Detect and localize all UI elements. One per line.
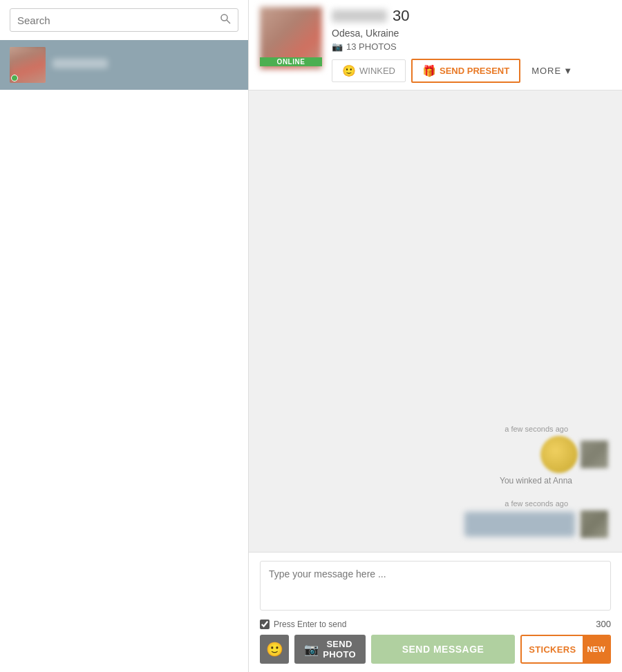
user-avatar-small	[581, 441, 608, 468]
input-area: Press Enter to send 300 🙂 📷 SENDPHOTO SE…	[249, 552, 622, 672]
online-badge: ONLINE	[260, 57, 322, 66]
wink-button[interactable]: 🙂 WINKED	[332, 59, 406, 82]
profile-location: Odesa, Ukraine	[332, 28, 611, 39]
contact-avatar-wrapper	[10, 47, 46, 83]
wink-bubble	[540, 436, 608, 473]
text-message-row: a few seconds ago	[263, 499, 608, 538]
camera-icon: 📷	[332, 41, 343, 52]
search-bar[interactable]	[10, 8, 238, 32]
you-winked-text: You winked at Anna	[500, 476, 572, 486]
profile-age: 30	[393, 7, 409, 25]
message-bubble	[464, 512, 575, 537]
wink-label: WINKED	[359, 66, 395, 76]
send-message-label: SEND MESSAGE	[402, 644, 484, 655]
message-textarea[interactable]	[260, 561, 611, 611]
wink-emoji-icon: 🙂	[342, 64, 356, 77]
contact-name	[53, 59, 108, 68]
emoji-button[interactable]: 🙂	[260, 635, 289, 664]
profile-details: 30 Odesa, Ukraine 📷 13 PHOTOS 🙂 WINKED 🎁…	[332, 7, 611, 83]
send-photo-button[interactable]: 📷 SENDPHOTO	[294, 635, 366, 664]
stickers-label: STICKERS	[522, 644, 583, 655]
search-icon	[220, 13, 231, 24]
send-message-button[interactable]: SEND MESSAGE	[371, 635, 515, 664]
search-button[interactable]	[220, 13, 231, 27]
chevron-down-icon: ▼	[563, 66, 573, 76]
send-photo-label: SENDPHOTO	[323, 639, 356, 660]
contact-item[interactable]	[0, 40, 248, 90]
char-count: 300	[596, 619, 611, 629]
more-label: MORE	[531, 66, 561, 76]
press-enter-label[interactable]: Press Enter to send	[260, 620, 346, 629]
gift-icon: 🎁	[422, 64, 436, 77]
new-badge: NEW	[583, 636, 610, 662]
main-panel: ONLINE 30 Odesa, Ukraine 📷 13 PHOTOS 🙂 W…	[249, 0, 622, 672]
send-present-label: SEND PRESENT	[440, 66, 509, 76]
svg-point-0	[221, 15, 227, 21]
sidebar	[0, 0, 249, 672]
svg-line-1	[227, 20, 230, 23]
wink-message-time: a few seconds ago	[505, 425, 568, 433]
user-avatar-small2	[581, 510, 608, 538]
wink-message-row: a few seconds ago You winked at Anna	[263, 425, 608, 486]
search-input[interactable]	[17, 15, 220, 26]
action-buttons: 🙂 📷 SENDPHOTO SEND MESSAGE STICKERS NEW	[260, 635, 611, 664]
online-status-dot	[11, 75, 18, 81]
wink-emoji-circle	[540, 436, 578, 473]
profile-photos: 📷 13 PHOTOS	[332, 41, 611, 52]
press-enter-checkbox[interactable]	[260, 620, 270, 629]
more-button[interactable]: MORE ▼	[526, 61, 578, 80]
profile-header: ONLINE 30 Odesa, Ukraine 📷 13 PHOTOS 🙂 W…	[249, 0, 622, 90]
photos-count: 13 PHOTOS	[346, 41, 397, 52]
profile-name-row: 30	[332, 7, 611, 25]
message-bubble-row	[464, 510, 608, 538]
emoji-icon: 🙂	[266, 641, 283, 657]
text-message-time: a few seconds ago	[505, 499, 568, 508]
profile-name	[332, 10, 387, 22]
press-enter-text: Press Enter to send	[274, 620, 346, 629]
contact-info	[53, 59, 238, 71]
input-options-row: Press Enter to send 300	[260, 619, 611, 629]
camera-photo-icon: 📷	[304, 642, 319, 657]
wink-message-content	[540, 436, 608, 473]
profile-actions: 🙂 WINKED 🎁 SEND PRESENT MORE ▼	[332, 59, 611, 83]
chat-area: a few seconds ago You winked at Anna a f…	[249, 90, 622, 552]
profile-avatar-wrapper: ONLINE	[260, 7, 322, 69]
stickers-button[interactable]: STICKERS NEW	[520, 635, 611, 664]
send-present-button[interactable]: 🎁 SEND PRESENT	[411, 59, 520, 83]
